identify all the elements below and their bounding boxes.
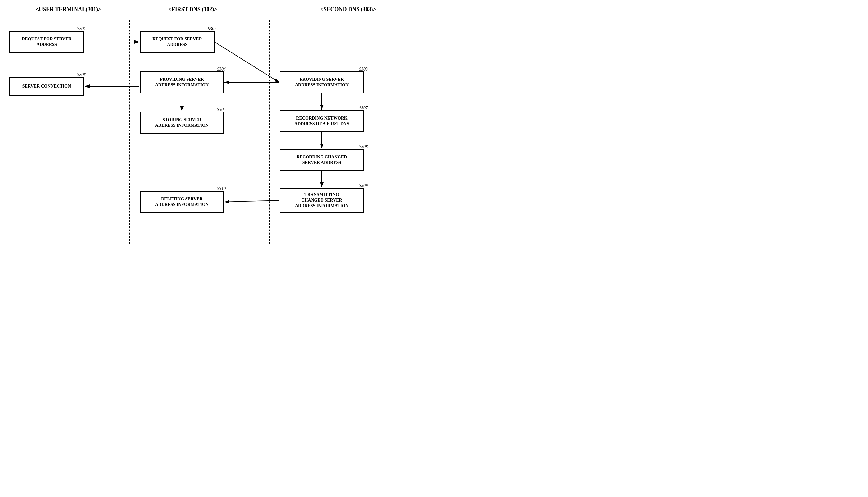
svg-line-9 [224, 200, 279, 202]
step-s307: S307 [359, 105, 368, 111]
box-s307: RECORDING NETWORKADDRESS OF A FIRST DNS [280, 110, 364, 132]
col2-header: <FIRST DNS (302)> [134, 6, 252, 13]
step-s304: S304 [217, 67, 226, 72]
step-s306: S306 [77, 72, 86, 77]
box-s305: STORING SERVERADDRESS INFORMATION [140, 112, 224, 133]
step-s302: S302 [208, 26, 216, 31]
box-s303: PROVIDING SERVERADDRESS INFORMATION [280, 71, 364, 93]
col1-header: <USER TERMINAL(301)> [9, 6, 127, 13]
step-s308: S308 [359, 144, 368, 150]
box-s301: REQUEST FOR SERVERADDRESS [9, 31, 84, 53]
box-s304: PROVIDING SERVERADDRESS INFORMATION [140, 71, 224, 93]
box-s309: TRANSMITTINGCHANGED SERVERADDRESS INFORM… [280, 188, 364, 213]
dashed-line-2 [269, 20, 270, 244]
box-s308: RECORDING CHANGEDSERVER ADDRESS [280, 149, 364, 171]
diagram: <USER TERMINAL(301)> <FIRST DNS (302)> <… [0, 0, 434, 248]
step-s303: S303 [359, 67, 368, 72]
box-s302: REQUEST FOR SERVERADDRESS [140, 31, 215, 53]
step-s301: S301 [77, 26, 86, 31]
box-s310: DELETING SERVERADDRESS INFORMATION [140, 191, 224, 213]
dashed-line-1 [129, 20, 130, 244]
step-s305: S305 [217, 107, 226, 112]
step-s310: S310 [217, 186, 226, 191]
step-s309: S309 [359, 183, 368, 188]
box-s306: SERVER CONNECTION [9, 77, 84, 96]
col3-header: <SECOND DNS (303)> [274, 6, 423, 13]
